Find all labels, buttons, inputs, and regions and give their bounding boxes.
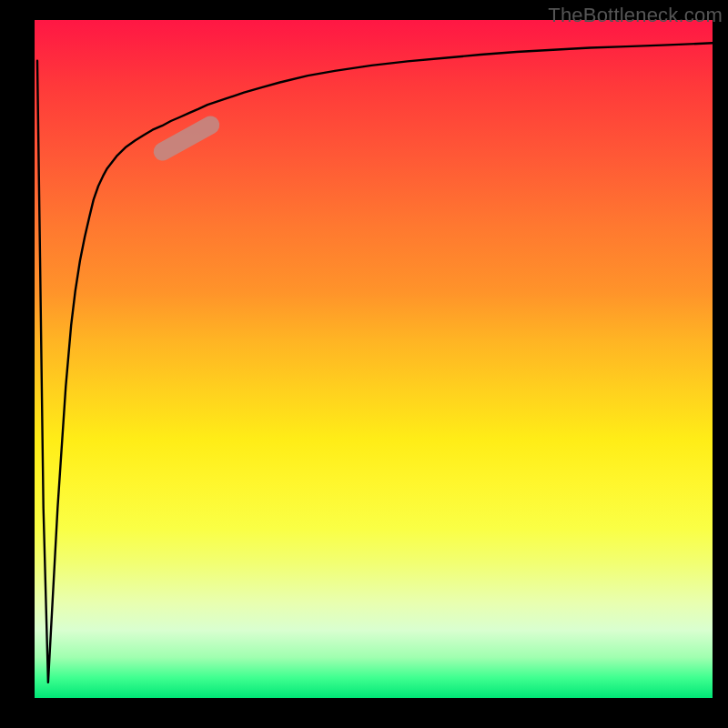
- watermark: TheBottleneck.com: [548, 4, 723, 27]
- bottleneck-curve: [0, 0, 728, 728]
